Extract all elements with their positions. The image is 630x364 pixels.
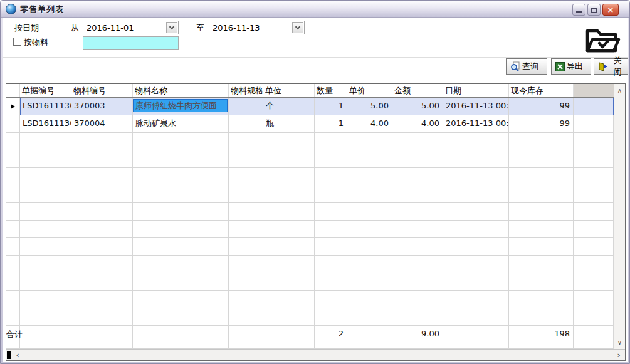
cell-doc-no[interactable]: LSD161113001	[20, 98, 71, 115]
to-label: 至	[196, 23, 204, 34]
table-row[interactable]: LSD161113001 370004 脉动矿泉水 瓶 1 4.00 4.00 …	[6, 115, 614, 133]
header-selector	[6, 84, 20, 97]
table-row-empty	[6, 168, 614, 185]
close-label: 关闭	[610, 55, 625, 78]
restore-icon	[591, 8, 597, 13]
cell-price[interactable]: 5.00	[347, 98, 392, 115]
table-row-empty	[6, 185, 614, 203]
total-row: 合计 2 9.00 198	[6, 326, 614, 343]
grid-header: 单据编号 物料编号 物料名称 物料规格 单位 数量 单价 金额 日期 现今库存	[6, 84, 614, 98]
close-button[interactable]: 关闭	[594, 58, 628, 75]
export-label: 导出	[567, 61, 583, 72]
cell-date[interactable]: 2016-11-13 00:00	[443, 115, 509, 133]
cell-spec[interactable]	[229, 115, 263, 133]
title-bar: 零售单列表 ×	[1, 1, 629, 18]
cell-filler	[574, 115, 614, 133]
cell-date[interactable]: 2016-11-13 00:00	[443, 98, 509, 115]
table-row-empty	[6, 238, 614, 256]
cell-filler	[574, 98, 614, 115]
from-date-combobox[interactable]: 2016-11-01	[83, 21, 179, 34]
by-material-checkbox[interactable]	[13, 38, 21, 46]
toolbar-divider	[3, 57, 628, 58]
header-amount[interactable]: 金额	[392, 84, 443, 97]
table-row-empty	[6, 308, 614, 326]
scroll-left-icon[interactable]: ‹	[13, 350, 23, 360]
cell-stock[interactable]: 99	[509, 98, 574, 115]
total-stock: 198	[509, 326, 574, 343]
cell-item-no[interactable]: 370003	[71, 98, 133, 115]
cell-unit[interactable]: 个	[263, 98, 315, 115]
header-spec[interactable]: 物料规格	[229, 84, 263, 97]
header-unit[interactable]: 单位	[263, 84, 315, 97]
table-row[interactable]: LSD161113001 370003 康师傅红烧牛肉方便面 个 1 5.00 …	[6, 98, 614, 115]
from-label: 从	[71, 23, 79, 34]
material-input[interactable]	[83, 36, 179, 50]
total-label: 合计	[6, 326, 20, 343]
table-row-empty	[6, 221, 614, 238]
scroll-right-icon[interactable]: ›	[614, 350, 624, 360]
to-date-value: 2016-11-13	[213, 23, 260, 33]
header-qty[interactable]: 数量	[315, 84, 347, 97]
cell-spec[interactable]	[229, 98, 263, 115]
by-material-label: 按物料	[24, 37, 48, 48]
from-date-value: 2016-11-01	[87, 23, 134, 33]
minimize-button[interactable]	[572, 4, 585, 16]
header-doc-no[interactable]: 单据编号	[20, 84, 71, 97]
header-item-name[interactable]: 物料名称	[133, 84, 229, 97]
retail-list-window: 零售单列表 × 按日期 从 2016-11-01 至 2016-11-13 按物…	[0, 0, 630, 364]
table-row-partial	[6, 343, 614, 349]
cell-amount[interactable]: 5.00	[392, 98, 443, 115]
table-row-empty	[6, 256, 614, 273]
chevron-down-icon	[295, 24, 300, 29]
export-button[interactable]: 导出	[551, 58, 591, 75]
header-stock[interactable]: 现今库存	[509, 84, 574, 97]
hscroll-thumb[interactable]	[7, 351, 11, 359]
cell-stock[interactable]: 99	[509, 115, 574, 133]
table-row-empty	[6, 291, 614, 308]
table-row-empty	[6, 133, 614, 150]
horizontal-scrollbar[interactable]: ‹ ›	[6, 349, 625, 360]
excel-icon	[555, 62, 565, 71]
retail-orders-grid: 单据编号 物料编号 物料名称 物料规格 单位 数量 单价 金额 日期 现今库存 …	[6, 83, 626, 361]
chevron-down-icon	[169, 24, 174, 29]
by-date-label: 按日期	[14, 23, 39, 34]
from-date-dropdown-button[interactable]	[166, 22, 177, 33]
cell-unit[interactable]: 瓶	[263, 115, 315, 133]
cell-price[interactable]: 4.00	[347, 115, 392, 133]
cell-qty[interactable]: 1	[315, 98, 347, 115]
header-price[interactable]: 单价	[347, 84, 392, 97]
window-title: 零售单列表	[20, 4, 64, 15]
scroll-up-icon[interactable]: ∧	[614, 85, 625, 96]
cell-item-name[interactable]: 脉动矿泉水	[133, 115, 229, 133]
row-selector-cell	[6, 98, 20, 115]
current-row-indicator-icon	[11, 104, 15, 109]
row-selector-cell	[6, 115, 20, 133]
total-quantity: 2	[315, 326, 347, 343]
to-date-combobox[interactable]: 2016-11-13	[209, 21, 305, 34]
grid-body: LSD161113001 370003 康师傅红烧牛肉方便面 个 1 5.00 …	[6, 98, 614, 349]
cell-item-no[interactable]: 370004	[71, 115, 133, 133]
vertical-scrollbar[interactable]: ∧ ∨	[614, 84, 625, 349]
magnifier-icon	[510, 61, 520, 71]
table-row-empty	[6, 150, 614, 168]
to-date-dropdown-button[interactable]	[292, 22, 303, 33]
query-button[interactable]: 查询	[506, 58, 547, 75]
total-amount: 9.00	[392, 326, 443, 343]
scroll-down-icon[interactable]: ∨	[614, 337, 625, 348]
minimize-icon	[576, 11, 582, 13]
table-row-empty	[6, 273, 614, 291]
header-filler	[574, 84, 614, 97]
app-sphere-icon	[6, 4, 16, 14]
close-icon: ×	[607, 5, 614, 14]
cell-amount[interactable]: 4.00	[392, 115, 443, 133]
table-row-empty	[6, 203, 614, 221]
restore-button[interactable]	[587, 4, 601, 16]
client-area: 按日期 从 2016-11-01 至 2016-11-13 按物料	[3, 18, 628, 362]
cell-item-name-selected[interactable]: 康师傅红烧牛肉方便面	[133, 98, 229, 115]
header-item-no[interactable]: 物料编号	[71, 84, 133, 97]
cell-qty[interactable]: 1	[315, 115, 347, 133]
cell-doc-no[interactable]: LSD161113001	[20, 115, 71, 133]
header-date[interactable]: 日期	[443, 84, 509, 97]
close-window-button[interactable]: ×	[602, 4, 619, 16]
folder-check-icon	[582, 22, 621, 56]
